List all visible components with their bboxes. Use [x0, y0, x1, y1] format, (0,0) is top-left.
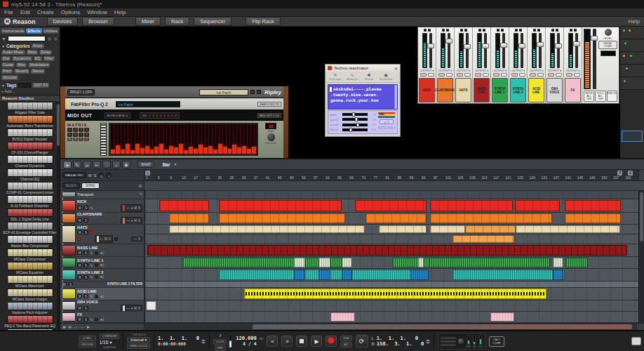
category-chip[interactable]: Pitch	[1, 69, 13, 74]
channel-knobs[interactable]	[418, 27, 436, 32]
mute-button[interactable]	[548, 73, 554, 77]
record-arm-icon[interactable]	[95, 295, 98, 298]
category-chip[interactable]: EQ	[34, 56, 42, 61]
solo-button[interactable]: S	[83, 218, 88, 223]
lane-mute[interactable]: M	[134, 206, 137, 210]
mute-tool-icon[interactable]: ◌	[102, 161, 111, 168]
meter-knob[interactable]	[458, 338, 464, 344]
ripley-patch-display[interactable]: Init Patch	[199, 89, 248, 95]
channel-knobs[interactable]	[455, 27, 472, 32]
category-chip[interactable]: Dist	[1, 56, 11, 61]
close-icon[interactable]: ✕	[394, 66, 398, 71]
menu-help[interactable]: Help	[114, 9, 126, 15]
pre-button[interactable]: PRE	[215, 345, 226, 351]
magnify-tool-icon[interactable]: ⌕	[112, 161, 121, 168]
hats-lane-1[interactable]	[145, 225, 638, 234]
pattern-button[interactable]: 6	[73, 133, 78, 137]
gate-bar[interactable]	[111, 150, 115, 154]
gate-bar[interactable]	[237, 147, 241, 154]
only-button[interactable]: onTl	[380, 119, 394, 124]
gate-bar[interactable]	[232, 145, 236, 154]
solo-button[interactable]	[501, 73, 507, 77]
pattern-lane-selector[interactable]: — ▾ M X	[121, 217, 142, 224]
monitor-icon[interactable]: ◄)	[100, 275, 105, 279]
clip[interactable]	[147, 245, 627, 256]
solo-button[interactable]: S	[83, 251, 88, 255]
tag-chip[interactable]: 2007 FX	[32, 83, 50, 88]
device-list-item[interactable]: CF-101 Chorus/Flanger	[0, 142, 60, 154]
browser-search-input[interactable]	[8, 36, 46, 41]
solo-button[interactable]: S	[83, 230, 88, 234]
solo-button[interactable]	[446, 73, 452, 77]
mute-button[interactable]: M	[77, 230, 82, 234]
clip[interactable]	[159, 200, 209, 211]
gate-bar[interactable]	[247, 149, 251, 154]
master-solo-button[interactable]: S	[94, 173, 97, 178]
pattern-button[interactable]: 7	[79, 133, 83, 137]
clip[interactable]	[465, 225, 516, 233]
monitor-icon[interactable]: ◄)	[100, 318, 105, 322]
time-mode-select[interactable]: Internal ▾	[127, 337, 150, 343]
reactivator-titlebar[interactable]: Techno reactivator ✕	[326, 65, 400, 72]
solo-button[interactable]: S	[83, 294, 88, 298]
channel-fader[interactable]	[429, 33, 432, 68]
mute-button[interactable]	[566, 73, 572, 77]
device-list-item[interactable]: Alligator Filter Gate	[0, 102, 60, 114]
device-list-item[interactable]: MClass Compressor	[0, 249, 60, 261]
position-spinner[interactable]	[201, 339, 206, 344]
clip[interactable]	[342, 270, 352, 280]
device-list-item[interactable]: D-11 Foldback Distortion	[0, 195, 60, 208]
bank-button[interactable]: D	[84, 138, 89, 141]
chevron-down-icon[interactable]: ▾	[131, 307, 133, 310]
manual-rec-button[interactable]: MANUAL REC	[62, 172, 86, 178]
tap-button[interactable]: TAP	[259, 338, 264, 340]
clip[interactable]	[430, 200, 514, 211]
pattern-select[interactable]: —	[126, 206, 130, 210]
search-clear-icon[interactable]	[47, 37, 52, 41]
resolution-knob[interactable]	[267, 133, 275, 141]
menu-edit[interactable]: Edit	[20, 9, 30, 15]
channel-fader[interactable]	[484, 33, 487, 68]
automation-icon[interactable]: ∿	[90, 251, 93, 255]
gate-bar[interactable]	[159, 144, 163, 154]
clip[interactable]	[430, 213, 552, 223]
slider-track[interactable]	[342, 124, 368, 126]
blocks-lane[interactable]	[145, 181, 644, 190]
song-mode-button[interactable]: SONG	[81, 183, 99, 189]
synth1-lane[interactable]	[145, 257, 638, 268]
menu-window[interactable]: Window	[87, 9, 107, 15]
midi-out-device[interactable]: MIDI OUT NOTE 0 MOD 0 CV 12345678 MIDI O…	[65, 110, 283, 121]
browser-tab[interactable]: Effects	[26, 28, 41, 34]
pattern-lane-selector[interactable]: — X	[131, 237, 142, 241]
category-chip[interactable]: Bass	[27, 50, 38, 55]
automation-icon[interactable]: ∿	[90, 275, 93, 279]
channel-fader[interactable]	[521, 33, 523, 68]
transport-end-button[interactable]	[631, 337, 641, 345]
solo-button[interactable]: S	[83, 317, 88, 322]
click-button[interactable]: CLICK	[213, 339, 227, 345]
category-chip[interactable]: Vocoder	[1, 75, 18, 80]
monitor-icon[interactable]: ◄)	[100, 263, 105, 267]
filter-automation-lane[interactable]	[145, 282, 638, 288]
bass-lane[interactable]	[145, 244, 638, 257]
gate-bar[interactable]	[140, 148, 145, 154]
device-list-item[interactable]: Audiomatic Retro Transformer	[0, 115, 60, 128]
locator-marker[interactable]: E	[628, 171, 633, 176]
automation-icon[interactable]: ∿	[90, 317, 93, 322]
chevron-down-icon[interactable]: ▾	[131, 219, 133, 223]
monitor-icon[interactable]: ◄)	[100, 295, 105, 298]
mute-button[interactable]	[475, 73, 481, 77]
gate-bar[interactable]	[179, 144, 183, 154]
transport-lane[interactable]	[145, 191, 638, 199]
add-tag-link[interactable]: + Add...	[1, 89, 15, 93]
browser-button[interactable]: Browser	[82, 17, 114, 26]
solo-button[interactable]: S	[83, 306, 88, 310]
solo-button[interactable]: S	[83, 275, 88, 279]
speech-text-area[interactable]: sksksdei----.plasma .twenty.nine.seven. …	[328, 84, 398, 110]
category-chip[interactable]: Filter	[43, 56, 55, 61]
category-chip[interactable]: Misc	[16, 62, 27, 67]
zoom-in-icon[interactable]: ⊕	[62, 324, 66, 330]
device-list-item[interactable]: DDL-1 Digital Delay Line	[0, 208, 60, 221]
patch-prev-button[interactable]	[250, 90, 255, 94]
clip[interactable]	[330, 312, 354, 322]
